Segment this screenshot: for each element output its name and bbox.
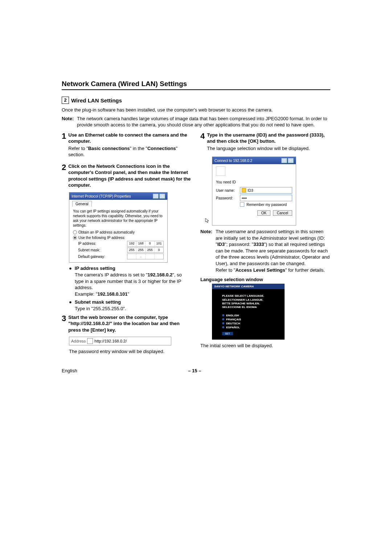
bullet-icon xyxy=(222,318,224,320)
bullet-body: The camera's IP address is set to "192.1… xyxy=(69,272,192,297)
bullet-heading: IP address setting xyxy=(75,266,115,271)
step-number: 3 xyxy=(62,314,66,334)
ip-address-input[interactable]: 1921680101 xyxy=(127,241,164,247)
step-heading: Click on the Network Connections icon in… xyxy=(68,163,192,189)
gateway-input[interactable]: . xyxy=(127,254,164,259)
dialog-title: Internet Protocol (TCP/IP) Properties xyxy=(72,194,131,198)
manual-page: Network Camera (Wired LAN) Settings 2 Wi… xyxy=(62,80,330,373)
page-icon xyxy=(87,338,93,344)
step3-after: The password entry window will be displa… xyxy=(62,348,192,355)
username-row: User name: ID3 xyxy=(216,187,292,194)
lang-after: The initial screen will be displayed. xyxy=(200,343,330,349)
note-text: The username and password settings in th… xyxy=(216,228,330,273)
address-bar: Address http://192.168.0.2/ xyxy=(69,337,171,345)
step-3: 3 Start the web browser on the computer,… xyxy=(62,314,192,334)
dialog-titlebar: Connect to 192.168.0.2 ? × xyxy=(212,157,296,164)
dialog-title: Connect to 192.168.0.2 xyxy=(215,159,252,163)
close-icon[interactable]: × xyxy=(159,194,165,199)
set-button[interactable]: SET xyxy=(222,332,233,335)
checkbox-icon[interactable] xyxy=(240,202,244,207)
step-2: 2 Click on the Network Connections icon … xyxy=(62,163,192,189)
login-dialog: Connect to 192.168.0.2 ? × You need ID U… xyxy=(212,157,296,226)
language-window: SANYO NETWORK CAMERA PLEASE SELECT LANGU… xyxy=(212,284,285,340)
help-icon[interactable]: ? xyxy=(153,194,159,199)
cancel-button[interactable]: Cancel xyxy=(273,210,292,216)
dialog-description: You can get IP settings assigned automat… xyxy=(73,209,164,228)
radio-auto[interactable]: Obtain an IP address automatically xyxy=(73,230,164,235)
bullet-icon xyxy=(222,326,224,328)
subnet-mask-input[interactable]: 2552552550 xyxy=(127,247,164,253)
step-1: 1 Use an Ethernet cable to connect the c… xyxy=(62,132,192,160)
right-column: 4 Type in the username (ID3) and the pas… xyxy=(200,132,330,357)
lang-list: ENGLISH FRANÇAIS DEUTSCH ESPAÑOL xyxy=(212,311,285,332)
ok-button[interactable]: OK xyxy=(257,210,270,216)
bullet-mask: ● Subnet mask setting xyxy=(69,299,192,305)
page-number: – 15 – xyxy=(188,368,201,373)
bullet-ip: ● IP address setting xyxy=(69,266,192,271)
left-column: 1 Use an Ethernet cable to connect the c… xyxy=(62,132,192,357)
intro-text: Once the plug-in software has been insta… xyxy=(62,107,330,113)
address-value[interactable]: http://192.168.0.2/ xyxy=(94,339,127,343)
dialog-tab: General xyxy=(69,200,167,207)
title-rule: Network Camera (Wired LAN) Settings xyxy=(62,80,330,90)
close-icon[interactable]: × xyxy=(288,158,294,163)
section-number: 2 xyxy=(62,97,69,104)
bullet-body: Type in "255.255.255.0". xyxy=(69,305,192,312)
lang-option-english[interactable]: ENGLISH xyxy=(222,314,285,317)
footer-language: English xyxy=(62,368,77,373)
step-heading: Use an Ethernet cable to connect the cam… xyxy=(68,132,192,145)
step2-details: ● IP address setting The camera's IP add… xyxy=(62,266,192,312)
lang-option-espanol[interactable]: ESPAÑOL xyxy=(222,326,285,329)
note-label: Note: xyxy=(62,116,75,128)
step-heading: Type in the username (ID3) and the passw… xyxy=(207,132,330,145)
lang-header: SANYO NETWORK CAMERA xyxy=(212,284,285,289)
bullet-icon xyxy=(222,314,224,316)
password-input[interactable]: •••• xyxy=(240,195,292,201)
dialog-titlebar: Internet Protocol (TCP/IP) Properties ? … xyxy=(69,193,167,200)
password-row: Password: •••• xyxy=(216,195,292,201)
key-icon xyxy=(242,188,246,193)
step-number: 4 xyxy=(200,132,205,154)
note-text: The network camera handles large volumes… xyxy=(77,116,330,128)
remember-row[interactable]: Remember my password xyxy=(216,202,292,207)
lang-caption: Language selection window xyxy=(200,277,330,282)
lang-option-deutsch[interactable]: DEUTSCH xyxy=(222,322,285,325)
help-icon[interactable]: ? xyxy=(281,158,287,163)
gateway-row: Default gateway: . xyxy=(73,254,164,259)
step-number: 2 xyxy=(62,163,66,189)
note2-block: Note: The username and password settings… xyxy=(200,228,330,273)
keys-icon xyxy=(216,166,225,176)
note-block: Note: The network camera handles large v… xyxy=(62,116,330,128)
step-number: 1 xyxy=(62,132,66,160)
step-body: The language selection window will be di… xyxy=(207,145,330,152)
section-title: Wired LAN Settings xyxy=(71,97,122,104)
login-message: You need ID xyxy=(216,180,292,184)
bullet-icon: ● xyxy=(69,299,72,305)
address-label: Address xyxy=(71,339,86,343)
page-footer: English – 15 – xyxy=(62,368,330,373)
step-heading: Start the web browser on the computer, t… xyxy=(68,314,192,333)
tcp-ip-dialog: Internet Protocol (TCP/IP) Properties ? … xyxy=(69,192,168,263)
radio-use-following[interactable]: Use the following IP address: xyxy=(73,235,164,240)
ip-address-row: IP address: 1921680101 xyxy=(73,241,164,247)
step-4: 4 Type in the username (ID3) and the pas… xyxy=(200,132,330,154)
section-header: 2 Wired LAN Settings xyxy=(62,97,330,104)
lang-prompt: PLEASE SELECT LANGUAGE. SÉLECTIONNER LA … xyxy=(212,289,285,311)
bullet-heading: Subnet mask setting xyxy=(75,299,121,305)
subnet-mask-row: Subnet mask: 2552552550 xyxy=(73,247,164,253)
page-title: Network Camera (Wired LAN) Settings xyxy=(62,80,330,88)
bullet-icon xyxy=(222,322,224,324)
username-input[interactable]: ID3 xyxy=(240,187,292,194)
lang-option-francais[interactable]: FRANÇAIS xyxy=(222,318,285,321)
two-columns: 1 Use an Ethernet cable to connect the c… xyxy=(62,132,330,357)
bullet-icon: ● xyxy=(69,266,72,271)
note-label: Note: xyxy=(200,228,214,273)
step-body: Refer to "Basic connections" in the "Con… xyxy=(68,145,192,158)
cursor-icon xyxy=(205,218,209,223)
